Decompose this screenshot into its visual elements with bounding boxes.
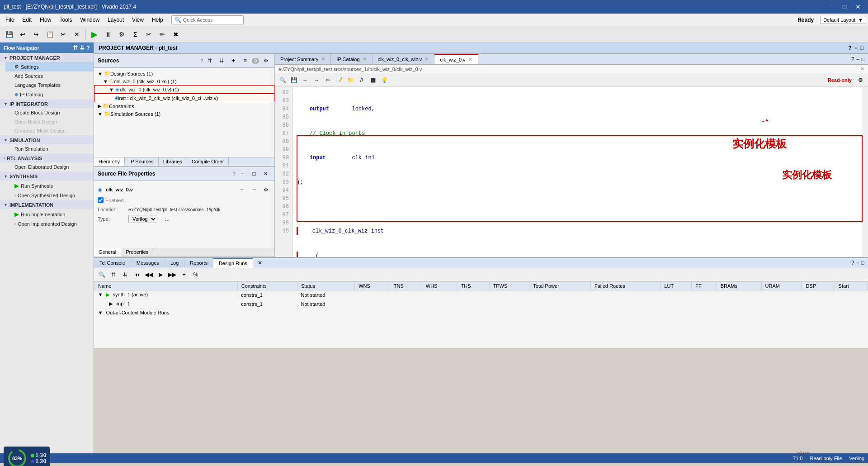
table-row[interactable]: ▼ Out-of-Context Module Runs [94,309,868,317]
sigma-button[interactable]: Σ [129,28,142,41]
tab-ip-sources[interactable]: IP Sources [125,157,159,166]
sfp-type-edit-button[interactable]: ... [161,214,174,224]
minimize-button[interactable]: − [825,1,837,12]
nav-section-header-rtl-analysis[interactable]: › RTL ANALYSIS [0,153,94,162]
editor-settings-button[interactable]: ⚙ [855,75,865,85]
tree-clk-wiz-xci[interactable]: ▼ ⬡ clk_wiz_0 (clk_wiz_0.xci) (1) [94,77,274,85]
menu-help[interactable]: Help [148,15,167,24]
cut2-button[interactable]: ✂ [142,28,155,41]
edit-button[interactable]: ✏ [156,28,169,41]
sources-list-button[interactable]: ≡ [240,56,250,66]
tab-hierarchy[interactable]: Hierarchy [94,157,125,166]
x-button[interactable]: ✖ [170,28,182,41]
bottom-maximize-icon[interactable]: □ [861,260,864,266]
runs-first-button[interactable]: ⏮ [132,270,142,280]
tab-project-summary-close[interactable]: ✕ [321,56,325,62]
tab-tcl-console[interactable]: Tcl Console [94,258,131,267]
flow-nav-help-icon[interactable]: ? [86,44,90,51]
nav-item-open-synthesized-design[interactable]: › Open Synthesized Design [5,191,94,200]
tab-messages[interactable]: Messages [131,258,165,267]
runs-prev-button[interactable]: ◀◀ [144,270,154,280]
sfp-help-icon[interactable]: ? [233,171,236,176]
runs-collapse-button[interactable]: ⇈ [108,270,118,280]
tab-compile-order[interactable]: Compile Order [187,157,229,166]
run-button[interactable]: ▶ [88,28,101,41]
nav-item-generate-block-design[interactable]: Generate Block Design [5,126,94,135]
nav-item-open-block-design[interactable]: Open Block Design [5,117,94,126]
nav-section-header-project-manager[interactable]: ▼ PROJECT MANAGER [0,53,94,62]
pm-minimize-icon[interactable]: − [854,45,858,51]
nav-section-header-implementation[interactable]: ▼ IMPLEMENTATION [0,200,94,209]
tree-simulation-sources[interactable]: ▼ 📁 Simulation Sources (1) [94,110,274,118]
menu-edit[interactable]: Edit [19,15,35,24]
menu-file[interactable]: File [2,15,18,24]
bottom-minimize-icon[interactable]: − [856,260,859,266]
copy-button[interactable]: 📋 [43,28,56,41]
editor-table-button[interactable]: ▦ [368,75,378,85]
sfp-forward-button[interactable]: → [249,185,259,195]
pm-help-icon[interactable]: ? [848,45,851,51]
nav-item-open-implemented-design[interactable]: › Open Implemented Design [5,219,94,228]
nav-item-ip-catalog[interactable]: ◆ IP Catalog [5,90,94,99]
sources-help-icon[interactable]: ? [200,58,203,63]
sfp-enabled-checkbox[interactable] [98,197,104,203]
editor-save-button[interactable]: 💾 [289,75,299,85]
tab-log[interactable]: Log [165,258,184,267]
sfp-back-button[interactable]: ← [237,185,247,195]
sources-add-button[interactable]: + [228,56,238,66]
undo-button[interactable]: ↩ [16,28,29,41]
tab-clk-wiz-clk-wiz-v-close[interactable]: ✕ [425,56,429,62]
menu-layout[interactable]: Layout [104,15,127,24]
nav-item-add-sources[interactable]: Add Sources [5,71,94,81]
editor-prev-button[interactable]: ⇦ [323,75,333,85]
nav-section-header-ip-integrator[interactable]: ▼ IP INTEGRATOR [0,99,94,108]
editor-search-button[interactable]: 🔍 [278,75,288,85]
close-bottom-tab-button[interactable]: ✕ [255,258,265,268]
tab-design-runs[interactable]: Design Runs [213,258,253,268]
tab-project-summary[interactable]: Project Summary ✕ [275,54,331,64]
sfp-close-button[interactable]: ✕ [261,169,271,179]
maximize-button[interactable]: □ [838,1,851,12]
sfp-tab-general[interactable]: General [94,248,121,257]
pause-button[interactable]: ⏸ [102,28,114,41]
nav-item-create-block-design[interactable]: Create Block Design [5,108,94,117]
sfp-tab-properties[interactable]: Properties [121,248,153,257]
tab-reports[interactable]: Reports [184,258,213,267]
bottom-help-icon[interactable]: ? [851,260,854,266]
layout-select[interactable]: Default Layout ▼ [820,16,866,24]
cut-button[interactable]: ✂ [57,28,70,41]
editor-redo-button[interactable]: → [311,75,321,85]
nav-item-run-implementation[interactable]: ▶ Run Implementation [5,209,94,219]
sources-expand-button[interactable]: ⇊ [217,56,226,66]
menu-view[interactable]: View [128,15,147,24]
tab-clk-wiz-v-close[interactable]: ✕ [468,57,472,62]
nav-item-language-templates[interactable]: Language Templates [5,81,94,90]
delete-button[interactable]: ✕ [71,28,83,41]
save-button[interactable]: 💾 [3,28,15,41]
editor-help-icon[interactable]: ? [851,56,854,62]
tree-inst[interactable]: ◈ inst : clk_wiz_0_clk_wiz (clk_wiz_0_cl… [94,94,274,102]
runs-next-button[interactable]: ▶▶ [167,270,177,280]
tab-ip-catalog[interactable]: IP Catalog ✕ [331,54,372,64]
nav-item-settings[interactable]: ⚙ Settings [5,62,94,71]
tree-constraints[interactable]: ▶ 📁 Constraints [94,102,274,110]
nav-section-header-simulation[interactable]: ▼ SIMULATION [0,135,94,144]
menu-tools[interactable]: Tools [56,15,75,24]
tree-design-sources[interactable]: ▼ 📁 Design Sources (1) [94,70,274,77]
close-path-icon[interactable]: ✕ [860,66,864,72]
table-row[interactable]: ▼ ▶ synth_1 (active) constrs_1 Not start… [94,290,868,300]
sources-settings-button[interactable]: ⚙ [261,56,271,66]
menu-flow[interactable]: Flow [36,15,55,24]
editor-minimize-icon[interactable]: − [856,56,859,62]
editor-bulb-button[interactable]: 💡 [379,75,389,85]
table-row[interactable]: ▶ impl_1 constrs_1 Not started [94,300,868,309]
editor-folder-button[interactable]: 📁 [345,75,355,85]
runs-expand-button[interactable]: ⇊ [120,270,130,280]
editor-undo-button[interactable]: ← [300,75,310,85]
editor-scrollbar[interactable] [863,87,868,257]
close-button[interactable]: ✕ [852,1,864,12]
tab-clk-wiz-v[interactable]: clk_wiz_0.v ✕ [434,54,478,64]
runs-play-button[interactable]: ▶ [156,270,165,280]
pm-maximize-icon[interactable]: □ [860,45,863,51]
tab-ip-catalog-close[interactable]: ✕ [363,56,367,62]
